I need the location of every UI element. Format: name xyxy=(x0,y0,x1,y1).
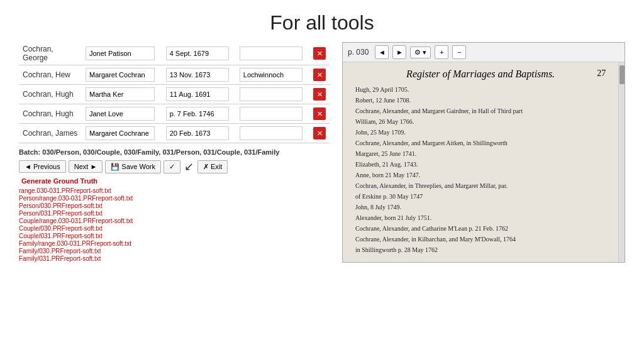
right-panel: p. 030 ◄ ► ⚙ ▾ + − 27 Register of Marria… xyxy=(342,42,625,263)
exit-button[interactable]: ✗ Exit xyxy=(197,160,228,173)
place-input[interactable] xyxy=(240,87,303,101)
place-input[interactable] xyxy=(240,47,303,60)
scroll-thumb[interactable] xyxy=(619,65,625,84)
file-link[interactable]: range.030-031.PRFreport-soft.txt xyxy=(19,187,330,194)
file-link[interactable]: Person/range.030-031.PRFreport-soft.txt xyxy=(19,195,330,202)
place-cell xyxy=(236,42,309,65)
spouse-input[interactable] xyxy=(86,47,155,60)
doc-line: in Shillingworth p. 28 May 1762 xyxy=(355,245,606,255)
doc-line: Robert, 12 June 1708. xyxy=(355,96,606,105)
nav-right-button[interactable]: ► xyxy=(392,45,406,59)
viewer-with-scroll: 27 Register of Marriages and Baptisms. H… xyxy=(343,62,625,262)
place-cell xyxy=(236,85,309,104)
check-button[interactable]: ✓ xyxy=(164,160,180,173)
place-input[interactable] xyxy=(240,126,303,140)
file-link[interactable]: Family/030.PRFreport-soft.txt xyxy=(19,248,330,255)
delete-button[interactable]: ✕ xyxy=(313,69,326,81)
record-name: Cochran, Hugh xyxy=(19,104,82,124)
nav-left-button[interactable]: ◄ xyxy=(375,45,389,59)
scrollbar[interactable] xyxy=(618,62,625,262)
file-link[interactable]: Family/031.PRFreport-soft.txt xyxy=(19,255,330,262)
date-input[interactable] xyxy=(166,68,229,82)
delete-cell: ✕ xyxy=(309,104,330,124)
doc-line: William, 26 May 1766. xyxy=(355,117,606,126)
table-row: Cochran, James ✕ xyxy=(19,124,330,143)
save-button[interactable]: 💾 Save Work xyxy=(105,160,161,173)
toolbar: ◄ Previous Next ► 💾 Save Work ✓ ↙ ✗ Exit xyxy=(19,160,330,173)
spouse-input[interactable] xyxy=(86,87,155,101)
file-link[interactable]: Person/030.PRFreport-soft.txt xyxy=(19,202,330,209)
file-link[interactable]: Couple/031.PRFreport-soft.txt xyxy=(19,233,330,239)
delete-button[interactable]: ✕ xyxy=(313,47,326,60)
page-title: For all tools xyxy=(0,0,644,42)
table-row: Cochran, Hugh ✕ xyxy=(19,85,330,104)
delete-button[interactable]: ✕ xyxy=(313,127,326,140)
place-cell xyxy=(236,124,309,143)
doc-line: Cochrane, Alexander, and Margaret Aitken… xyxy=(355,138,606,148)
generate-gt-row: Generate Ground Truth xyxy=(21,177,330,185)
doc-title: Register of Marriages and Baptisms. xyxy=(355,69,606,80)
date-cell xyxy=(162,104,236,124)
spouse-cell xyxy=(82,85,162,104)
file-links: range.030-031.PRFreport-soft.txtPerson/r… xyxy=(19,187,330,262)
file-link[interactable]: Couple/030.PRFreport-soft.txt xyxy=(19,225,330,232)
file-link[interactable]: Couple/range.030-031.PRFreport-soft.txt xyxy=(19,217,330,224)
doc-text: Hugh, 29 April 1705.Robert, 12 June 1708… xyxy=(355,85,606,255)
date-input[interactable] xyxy=(166,126,229,140)
doc-line: John, 8 July 1749. xyxy=(355,202,606,212)
settings-button[interactable]: ⚙ ▾ xyxy=(410,47,431,58)
record-name: Cochran, James xyxy=(19,124,82,143)
record-name: Cochran, Hew xyxy=(19,65,82,85)
previous-button[interactable]: ◄ Previous xyxy=(19,160,66,173)
viewer-toolbar: p. 030 ◄ ► ⚙ ▾ + − xyxy=(343,43,625,62)
records-table: Cochran, George ✕ Cochran, Hew xyxy=(19,42,330,143)
document-image: 27 Register of Marriages and Baptisms. H… xyxy=(343,62,618,262)
file-link[interactable]: Family/range.030-031.PRFreport-soft.txt xyxy=(19,240,330,247)
delete-cell: ✕ xyxy=(309,42,330,65)
place-input[interactable] xyxy=(240,107,303,121)
place-input[interactable] xyxy=(240,68,303,82)
doc-line: John, 25 May 1709. xyxy=(355,128,606,137)
spouse-cell xyxy=(82,65,162,85)
delete-cell: ✕ xyxy=(309,85,330,104)
doc-line: Alexander, born 21 July 1751. xyxy=(355,213,606,222)
doc-line: Elizabeth, 21 Aug. 1743. xyxy=(355,160,606,169)
date-cell xyxy=(162,85,236,104)
spouse-cell xyxy=(82,104,162,124)
doc-line: Cochrane, Alexander, and Catharine M'Lea… xyxy=(355,224,606,233)
delete-button[interactable]: ✕ xyxy=(313,107,326,120)
place-cell xyxy=(236,104,309,124)
doc-line: Cochran, Alexander, in Threeplies, and M… xyxy=(355,181,606,190)
table-row: Cochran, George ✕ xyxy=(19,42,330,65)
delete-cell: ✕ xyxy=(309,65,330,85)
date-cell xyxy=(162,42,236,65)
date-cell xyxy=(162,124,236,143)
page-label: p. 030 xyxy=(348,48,369,57)
next-button[interactable]: Next ► xyxy=(69,160,103,173)
spouse-input[interactable] xyxy=(86,107,155,121)
arrow-icon: ↙ xyxy=(184,160,194,173)
spouse-input[interactable] xyxy=(86,126,155,140)
zoom-out-button[interactable]: − xyxy=(452,45,466,59)
left-panel: Cochran, George ✕ Cochran, Hew xyxy=(19,42,330,263)
file-link[interactable]: Person/031.PRFreport-soft.txt xyxy=(19,210,330,217)
date-input[interactable] xyxy=(166,107,229,121)
doc-page-number: 27 xyxy=(597,69,606,79)
batch-info: Batch: 030/Person, 030/Couple, 030/Famil… xyxy=(19,148,330,156)
date-input[interactable] xyxy=(166,47,229,60)
spouse-cell xyxy=(82,124,162,143)
place-cell xyxy=(236,65,309,85)
delete-button[interactable]: ✕ xyxy=(313,88,326,101)
zoom-in-button[interactable]: + xyxy=(435,45,448,59)
generate-gt-label[interactable]: Generate Ground Truth xyxy=(21,177,97,185)
doc-line: Margaret, 25 June 1741. xyxy=(355,149,606,158)
spouse-input[interactable] xyxy=(86,68,155,82)
doc-line: Hugh, 29 April 1705. xyxy=(355,85,606,94)
doc-line: Anne, born 21 May 1747. xyxy=(355,170,606,180)
delete-cell: ✕ xyxy=(309,124,330,143)
doc-line: Cochrane, Alexander, in Kilbarchan, and … xyxy=(355,234,606,244)
spouse-cell xyxy=(82,42,162,65)
table-row: Cochran, Hugh ✕ xyxy=(19,104,330,124)
date-input[interactable] xyxy=(166,87,229,101)
record-name: Cochran, George xyxy=(19,42,82,65)
